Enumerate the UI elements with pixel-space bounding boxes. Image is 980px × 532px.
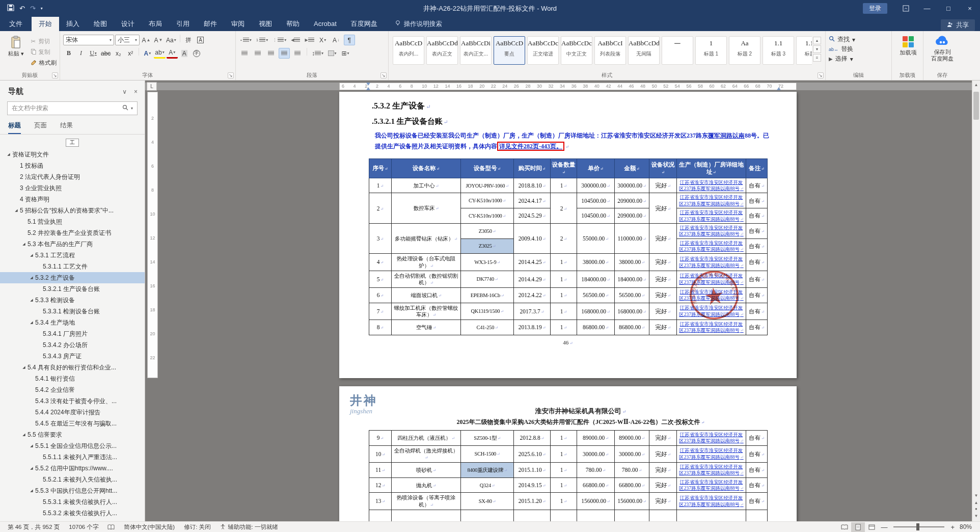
tab-审阅[interactable]: 审阅	[224, 17, 252, 31]
table-cell[interactable]: 江苏省淮安市淮安区经济开发区237路东覆军洞路以南88号	[677, 320, 746, 335]
nav-tree-item[interactable]: ◢5.3.1 工艺流程	[0, 250, 145, 261]
table-cell[interactable]: 完好	[649, 477, 677, 493]
line-spacing-icon[interactable]: ↕▾	[311, 48, 324, 59]
nav-tree-item[interactable]: 5.3.4.3 房产证	[0, 351, 145, 362]
table-cell[interactable]: 2013.8.19	[514, 320, 551, 335]
nav-tree-item[interactable]: 4 资格声明	[0, 194, 145, 205]
table-cell[interactable]: 2	[551, 193, 577, 223]
table-cell[interactable]: 2014.9.15	[514, 477, 551, 493]
table-cell[interactable]: 完好	[649, 462, 677, 477]
multilevel-list-icon[interactable]: ⋮▾	[271, 35, 287, 45]
select-button[interactable]: ▶ 选择▾	[829, 54, 888, 64]
table-cell[interactable]: 2015.1.10	[514, 462, 551, 477]
increase-indent-icon[interactable]: ▶	[303, 35, 315, 45]
table-cell[interactable]: 184000.00	[577, 271, 615, 287]
expand-triangle-icon[interactable]: ◢	[28, 298, 35, 302]
nav-tree-item[interactable]: ◢5.3 本包产品的生产厂商	[0, 238, 145, 250]
expand-triangle-icon[interactable]: ◢	[20, 365, 28, 369]
table-cell[interactable]: 209000.00	[615, 208, 649, 224]
nav-tree-item[interactable]: ◢5 招标公告“投标人的资格要求”中...	[0, 205, 145, 216]
font-name-combo[interactable]: 宋体▾	[63, 35, 114, 45]
nav-tree-item[interactable]: 5.3.3.1 检测设备台账	[0, 306, 145, 317]
tell-me-search[interactable]: 操作说明搜索	[395, 17, 442, 31]
table-cell[interactable]: 2025.6.10	[514, 445, 551, 462]
expand-triangle-icon[interactable]: ◢	[5, 152, 12, 156]
table-cell[interactable]: 江苏省淮安市淮安区经济开发区237路东覆军洞路以南88号	[677, 445, 746, 462]
table-cell[interactable]: 自有	[746, 238, 768, 254]
proofing-icon[interactable]	[103, 524, 119, 530]
bullets-icon[interactable]: •▾	[239, 35, 253, 45]
table-cell[interactable]: 66800.00	[577, 477, 615, 493]
styles-scroll-up-icon[interactable]: ▴	[813, 37, 821, 44]
table-cell[interactable]: 1	[551, 178, 577, 193]
font-dialog-launcher[interactable]: ↘	[228, 72, 234, 78]
nav-tree-item[interactable]: 5.3.2.1 生产设备台账	[0, 283, 145, 295]
vertical-ruler[interactable]: 246810121416182022	[147, 92, 158, 378]
paragraph-dialog-launcher[interactable]: ↘	[380, 72, 387, 78]
document-page-2[interactable]: 井神 jingshen 淮安市井神钻采机具有限公司 2025年二级物资集中采购A…	[339, 386, 797, 521]
read-mode-icon[interactable]	[837, 522, 851, 532]
style-card-标题 4[interactable]: 1.1.1标题 4	[796, 36, 812, 65]
save-to-baidu-button[interactable]: 保存到百度网盘	[927, 35, 958, 62]
horizontal-ruler[interactable]: 6422468101214161820222426283032343638404…	[145, 81, 972, 92]
zoom-out-icon[interactable]: —	[879, 523, 889, 531]
table-cell[interactable]: 江苏省淮安市淮安区经济开发区237路东覆军洞路以南88号	[677, 223, 746, 238]
nav-tree-item[interactable]: 2 法定代表人身份证明	[0, 171, 145, 182]
nav-tree-item[interactable]: 5.3.4.1 厂房照片	[0, 328, 145, 339]
tab-邮件[interactable]: 邮件	[197, 17, 224, 31]
asian-layout-icon[interactable]: X▾	[317, 35, 329, 45]
table-cell[interactable]: 4	[369, 254, 392, 271]
table-cell[interactable]: 5	[369, 271, 392, 287]
shrink-font-icon[interactable]: A▼	[153, 35, 164, 45]
expand-triangle-icon[interactable]: ◢	[28, 321, 35, 325]
shading-icon[interactable]: ▾	[326, 48, 338, 59]
tab-视图[interactable]: 视图	[252, 17, 279, 31]
table-cell[interactable]: 7	[369, 303, 392, 320]
table-cell[interactable]: 30000.00	[577, 445, 615, 462]
table-cell[interactable]: 300000.00	[577, 178, 615, 193]
word-count[interactable]: 10706 个字	[64, 523, 103, 531]
table-cell[interactable]: Z3025	[461, 238, 514, 254]
table-cell[interactable]: 江苏省淮安市淮安区经济开发区237路东覆军洞路以南88号	[677, 462, 746, 477]
table-cell[interactable]: 2012.8.8	[514, 431, 551, 446]
numbering-icon[interactable]: 1▾	[255, 35, 269, 45]
clipboard-dialog-launcher[interactable]: ↘	[52, 72, 58, 78]
table-cell[interactable]: 完好	[649, 303, 677, 320]
zoom-slider-thumb[interactable]	[916, 523, 919, 530]
table-cell[interactable]: 2	[551, 223, 577, 253]
bold-icon[interactable]: B	[63, 48, 74, 59]
table-cell[interactable]: 1	[551, 477, 577, 493]
nav-tree-item[interactable]: 5.5.1.1 未被列入严重违法...	[0, 451, 145, 463]
table-cell[interactable]: 自有	[746, 287, 768, 303]
expand-triangle-icon[interactable]: ◢	[20, 242, 28, 246]
table-cell[interactable]: 完好	[649, 445, 677, 462]
table-cell[interactable]: 完好	[649, 271, 677, 287]
table-cell[interactable]: 江苏省淮安市淮安区经济开发区237路东覆军洞路以南88号	[677, 193, 746, 208]
table-cell[interactable]: 168000.00	[577, 303, 615, 320]
table-cell[interactable]: 自有	[746, 445, 768, 462]
table-cell[interactable]: CY-K510n/1000	[461, 193, 514, 208]
nav-tree-item[interactable]: 5.4.1 银行资信	[0, 373, 145, 384]
scroll-down-icon[interactable]: ▼	[972, 493, 980, 498]
expand-triangle-icon[interactable]: ◢	[28, 276, 35, 280]
table-cell[interactable]: JOYOU-PRV-1060	[461, 178, 514, 193]
styles-dialog-launcher[interactable]: ↘	[818, 72, 824, 78]
style-card-列表段落[interactable]: AaBbCcI列表段落	[594, 36, 626, 65]
nav-tree-item[interactable]: 5.5.2.1 未被列入失信被执...	[0, 474, 145, 485]
table-cell[interactable]: 自有	[746, 431, 768, 446]
table-cell[interactable]: 89000.00	[615, 431, 649, 446]
table-cell[interactable]: 空气锤	[392, 320, 461, 335]
subscript-icon[interactable]: x₂	[113, 48, 124, 59]
nav-tree-item[interactable]: ◢5.5.3 中国执行信息公开网htt...	[0, 485, 145, 496]
table-cell[interactable]: 3	[369, 223, 392, 253]
strikethrough-icon[interactable]: abc	[100, 48, 112, 59]
distribute-icon[interactable]	[292, 48, 303, 59]
table-cell[interactable]: SZ500-1型	[461, 431, 514, 446]
character-border-icon[interactable]: A	[195, 35, 206, 45]
nav-close-icon[interactable]: ×	[134, 88, 138, 95]
table-cell[interactable]: CY-K510n/1000	[461, 208, 514, 224]
zoom-percentage[interactable]: 80%	[957, 523, 977, 530]
save-icon[interactable]	[7, 4, 14, 13]
styles-more-icon[interactable]: ≡	[813, 54, 821, 62]
table-cell[interactable]: 完好	[649, 193, 677, 223]
